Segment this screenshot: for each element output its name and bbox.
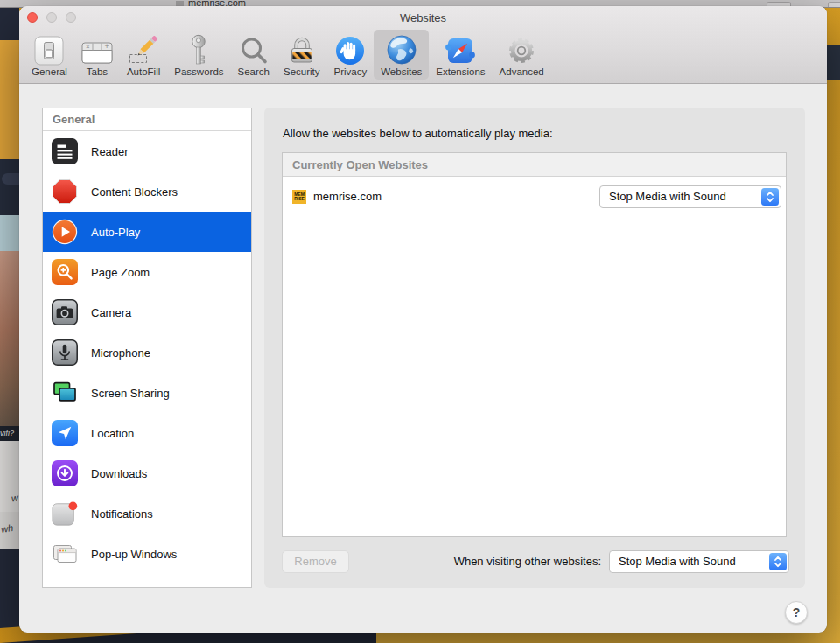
toolbar-item-security[interactable]: Security: [276, 30, 327, 80]
camera-icon: [52, 299, 78, 325]
toolbar-item-passwords[interactable]: Passwords: [167, 30, 230, 80]
chevron-up-down-icon: [769, 553, 787, 570]
sidebar-item-camera[interactable]: Camera: [43, 292, 251, 332]
background-page-block: [0, 8, 19, 40]
when-visiting-label: When visiting other websites:: [454, 555, 609, 568]
autofill-pencil-icon: [128, 32, 159, 66]
background-tab-shape: [828, 2, 840, 8]
websites-globe-icon: [386, 32, 417, 66]
microphone-icon: [52, 339, 78, 366]
other-websites-dropdown[interactable]: Stop Media with Sound: [609, 550, 789, 573]
sidebar-item-microphone[interactable]: Microphone: [43, 332, 251, 373]
svg-text:×: ×: [86, 43, 90, 51]
toolbar-label: AutoFill: [127, 66, 160, 77]
toolbar-label: Passwords: [174, 66, 223, 77]
dropdown-value: Stop Media with Sound: [600, 190, 761, 203]
screen-sharing-icon: [52, 380, 78, 406]
zoom-button[interactable]: [66, 12, 76, 23]
close-button[interactable]: [27, 12, 38, 23]
sidebar-item-page-zoom[interactable]: Page Zoom: [43, 252, 251, 292]
toolbar-item-tabs[interactable]: × + Tabs: [74, 30, 120, 80]
privacy-hand-icon: [335, 32, 365, 66]
notifications-icon: [52, 500, 78, 527]
sidebar-item-content-blockers[interactable]: Content Blockers: [43, 171, 251, 212]
sidebar-item-reader[interactable]: Reader: [43, 131, 251, 171]
background-card: wh: [0, 512, 19, 549]
help-button[interactable]: ?: [785, 601, 808, 624]
auto-play-instruction: Allow the websites below to automaticall…: [283, 127, 553, 140]
window-title: Websites: [19, 6, 827, 24]
toolbar-label: Security: [284, 66, 320, 77]
chevron-up-down-icon: [761, 188, 779, 206]
search-magnifier-icon: [239, 32, 269, 66]
sidebar-item-label: Downloads: [91, 467, 147, 480]
preferences-content: General Reader: [19, 85, 827, 633]
sidebar-item-label: Microphone: [91, 346, 150, 360]
toolbar-label: General: [32, 66, 67, 77]
sidebar-section-header: General: [43, 108, 251, 131]
sidebar-item-pop-up-windows[interactable]: Pop-up Windows: [43, 534, 251, 574]
sidebar-item-label: Content Blockers: [91, 185, 178, 199]
toolbar-label: Extensions: [436, 66, 485, 77]
reader-icon: [52, 138, 78, 164]
sidebar-item-label: Auto-Play: [91, 226, 140, 239]
svg-text:+: +: [104, 42, 108, 51]
tabs-window-icon: × +: [81, 32, 113, 66]
sidebar-item-label: Camera: [91, 306, 131, 319]
advanced-gear-icon: [507, 32, 536, 66]
sidebar-item-screen-sharing[interactable]: Screen Sharing: [43, 373, 251, 413]
downloads-icon: [52, 460, 78, 486]
pop-up-windows-icon: [52, 541, 78, 567]
sidebar-item-notifications[interactable]: Notifications: [43, 493, 251, 534]
toolbar-item-autofill[interactable]: AutoFill: [120, 30, 167, 80]
background-text-fragment: vifi?: [0, 426, 19, 441]
bottom-controls: Remove When visiting other websites: Sto…: [282, 549, 789, 573]
remove-button[interactable]: Remove: [282, 550, 349, 573]
table-header: Currently Open Websites: [283, 153, 786, 177]
sidebar-item-location[interactable]: Location: [43, 413, 251, 453]
sidebar-item-label: Reader: [91, 145, 129, 158]
toolbar-item-advanced[interactable]: Advanced: [493, 30, 551, 80]
window-chrome: Websites General: [19, 6, 827, 84]
sidebar-item-auto-play[interactable]: Auto-Play: [43, 212, 251, 252]
minimize-button[interactable]: [46, 12, 57, 23]
toolbar-label: Websites: [381, 66, 422, 77]
passwords-key-icon: [189, 32, 208, 66]
safari-preferences-window: Websites General: [19, 6, 827, 633]
toolbar-label: Advanced: [500, 66, 544, 77]
memrise-favicon: MEM RISE: [292, 190, 306, 204]
toolbar-label: Search: [238, 66, 270, 77]
toolbar-item-general[interactable]: General: [24, 30, 74, 80]
currently-open-websites-table: Currently Open Websites MEM RISE memrise…: [282, 152, 787, 537]
general-switch-icon: [34, 32, 64, 66]
titlebar[interactable]: Websites: [19, 6, 827, 29]
site-name: memrise.com: [313, 190, 599, 203]
extensions-puzzle-icon: [444, 32, 476, 66]
security-lock-icon: [287, 32, 317, 66]
preferences-toolbar: General × + Tabs: [19, 29, 827, 83]
sidebar-item-label: Page Zoom: [91, 266, 150, 279]
table-row[interactable]: MEM RISE memrise.com Stop Media with Sou…: [283, 177, 786, 216]
toolbar-item-privacy[interactable]: Privacy: [327, 30, 374, 80]
auto-play-icon: [52, 219, 78, 245]
toolbar-item-search[interactable]: Search: [231, 30, 276, 80]
background-page-block: [0, 40, 19, 159]
sidebar-item-downloads[interactable]: Downloads: [43, 453, 251, 493]
toolbar-label: Privacy: [334, 66, 368, 77]
location-arrow-icon: [52, 420, 78, 446]
content-blockers-stop-icon: [52, 178, 78, 205]
site-autoplay-dropdown[interactable]: Stop Media with Sound: [599, 185, 781, 208]
sidebar-item-label: Screen Sharing: [91, 387, 170, 400]
background-photo: [0, 251, 19, 426]
auto-play-settings-pane: Allow the websites below to automaticall…: [264, 108, 805, 588]
page-zoom-icon: [52, 259, 78, 285]
toolbar-item-extensions[interactable]: Extensions: [429, 30, 492, 80]
sidebar-item-label: Notifications: [91, 507, 153, 521]
toolbar-item-websites[interactable]: Websites: [374, 30, 429, 80]
background-page-block: [0, 215, 19, 251]
dropdown-value: Stop Media with Sound: [610, 555, 769, 568]
toolbar-label: Tabs: [87, 66, 108, 77]
background-page-block: [0, 159, 19, 215]
sidebar-item-label: Location: [91, 427, 134, 440]
websites-sidebar: General Reader: [42, 108, 252, 588]
